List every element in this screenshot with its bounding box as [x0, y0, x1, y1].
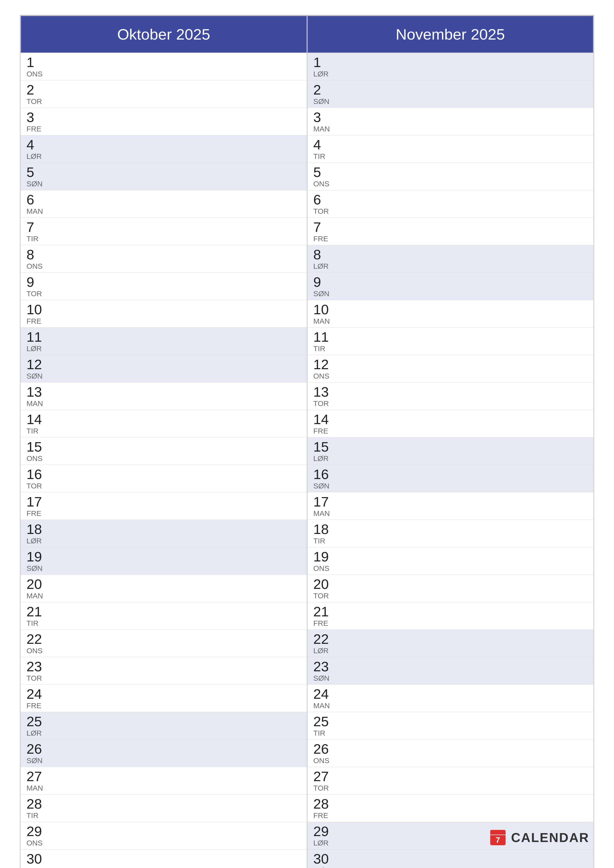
day-row: 18TIR [308, 520, 594, 547]
day-row: 3FRE [20, 108, 307, 135]
day-row: 4LØR [20, 135, 307, 163]
day-number: 8 [314, 248, 333, 262]
day-info: 14FRE [314, 412, 333, 435]
day-row: 15LØR [308, 437, 594, 465]
day-number: 11 [26, 330, 46, 344]
day-number: 3 [26, 110, 46, 124]
day-row: 1LØR [308, 53, 594, 81]
day-row: 20MAN [20, 575, 307, 602]
day-number: 25 [314, 715, 333, 728]
day-number: 26 [26, 742, 46, 756]
header-row: Oktober 2025 November 2025 [20, 16, 594, 53]
day-info: 9TOR [26, 275, 46, 298]
days-container: 1ONS2TOR3FRE4LØR5SØN6MAN7TIR8ONS9TOR10FR… [20, 53, 594, 868]
november-title: November 2025 [396, 26, 505, 43]
day-row: 17MAN [308, 492, 594, 520]
calendar-grid: Oktober 2025 November 2025 1ONS2TOR3FRE4… [20, 15, 594, 868]
day-number: 13 [26, 385, 46, 399]
day-number: 24 [26, 687, 46, 701]
day-label: ONS [314, 180, 333, 188]
day-label: ONS [26, 647, 46, 654]
day-info: 7FRE [314, 220, 333, 242]
day-label: MAN [26, 208, 46, 215]
day-label: TOR [314, 784, 333, 792]
day-label: TOR [26, 482, 46, 490]
day-row: 29ONS [20, 822, 307, 849]
day-row: 17FRE [20, 492, 307, 520]
day-number: 9 [26, 275, 46, 289]
day-row: 22LØR [308, 630, 594, 657]
day-row: 7TIR [20, 218, 307, 245]
day-number: 15 [26, 440, 46, 454]
day-info: 28FRE [314, 797, 333, 819]
day-label: LØR [26, 729, 46, 737]
day-number: 30 [314, 852, 333, 866]
day-label: FRE [26, 510, 46, 517]
day-info: 2TOR [26, 83, 46, 105]
day-row: 2TOR [20, 81, 307, 108]
day-label: ONS [26, 262, 46, 270]
day-label: MAN [26, 592, 46, 600]
day-row: 20TOR [308, 575, 594, 602]
day-row: 4TIR [308, 135, 594, 163]
day-label: FRE [26, 702, 46, 709]
day-label: ONS [26, 839, 46, 847]
day-info: 5SØN [26, 165, 46, 188]
day-info: 7TIR [26, 220, 46, 242]
day-info: 3MAN [314, 110, 333, 133]
day-number: 18 [26, 522, 46, 536]
logo-area: 7 CALENDAR [489, 829, 589, 846]
day-label: ONS [26, 70, 46, 78]
day-label: LØR [314, 70, 333, 78]
day-info: 27MAN [26, 770, 46, 792]
day-number: 17 [314, 495, 333, 509]
day-info: 10FRE [26, 302, 46, 325]
day-info: 8ONS [26, 248, 46, 270]
day-number: 22 [314, 632, 333, 646]
day-row: 13MAN [20, 383, 307, 410]
day-info: 25LØR [26, 715, 46, 737]
day-number: 4 [314, 138, 333, 152]
day-number: 5 [26, 165, 46, 179]
october-header: Oktober 2025 [20, 16, 307, 53]
day-number: 8 [26, 248, 46, 262]
day-label: TOR [314, 592, 333, 600]
day-info: 19ONS [314, 550, 333, 572]
day-label: LØR [314, 455, 333, 462]
day-row: 26ONS [308, 739, 594, 767]
calendar-icon: 7 [489, 829, 507, 846]
day-info: 6MAN [26, 193, 46, 215]
day-info: 16TOR [26, 467, 46, 490]
day-label: SØN [314, 290, 333, 298]
day-label: MAN [26, 784, 46, 792]
day-row: 26SØN [20, 739, 307, 767]
day-info: 26ONS [314, 742, 333, 764]
day-number: 1 [314, 56, 333, 69]
day-info: 16SØN [314, 467, 333, 490]
day-info: 4TIR [314, 138, 333, 160]
day-info: 8LØR [314, 248, 333, 270]
day-number: 12 [314, 358, 333, 371]
day-row: 6MAN [20, 190, 307, 218]
day-info: 10MAN [314, 302, 333, 325]
day-row: 28FRE [308, 795, 594, 822]
day-label: SØN [314, 98, 333, 105]
day-info: 19SØN [26, 550, 46, 572]
day-row: 12ONS [308, 355, 594, 383]
day-number: 3 [314, 110, 333, 124]
day-row: 16TOR [20, 465, 307, 492]
day-info: 24FRE [26, 687, 46, 709]
day-number: 19 [26, 550, 46, 564]
day-number: 28 [314, 797, 333, 811]
day-info: 18TIR [314, 522, 333, 545]
day-number: 14 [26, 412, 46, 426]
day-number: 2 [26, 83, 46, 97]
day-label: SØN [26, 565, 46, 572]
day-number: 14 [314, 412, 333, 426]
day-number: 16 [314, 467, 333, 481]
october-title: Oktober 2025 [117, 26, 210, 43]
day-info: 11LØR [26, 330, 46, 352]
day-row: 27MAN [20, 767, 307, 795]
day-number: 21 [314, 605, 333, 618]
day-row: 25LØR [20, 712, 307, 739]
